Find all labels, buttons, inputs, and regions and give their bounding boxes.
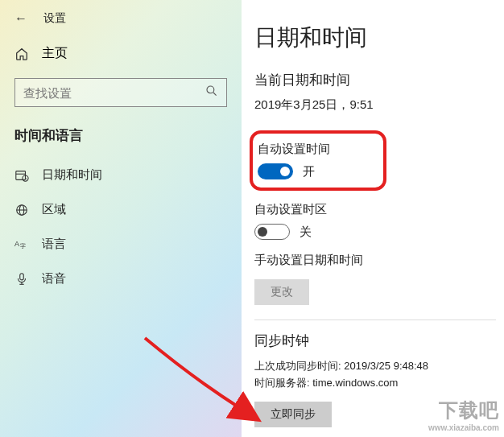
sidebar-item-language[interactable]: A字 语言 xyxy=(0,227,242,262)
svg-rect-12 xyxy=(20,273,24,279)
sidebar-item-region[interactable]: 区域 xyxy=(0,192,242,227)
last-sync-text: 上次成功同步时间: 2019/3/25 9:48:48 xyxy=(254,358,496,375)
current-datetime-value: 2019年3月25日，9:51 xyxy=(254,97,496,113)
auto-timezone-label: 自动设置时区 xyxy=(254,202,496,217)
sidebar-item-label: 日期和时间 xyxy=(42,167,102,183)
sync-now-button[interactable]: 立即同步 xyxy=(254,402,332,427)
highlight-annotation: 自动设置时间 开 xyxy=(250,130,386,191)
auto-time-toggle[interactable] xyxy=(258,163,293,179)
sync-clock-title: 同步时钟 xyxy=(254,332,496,350)
divider xyxy=(254,320,496,320)
settings-title: 设置 xyxy=(43,11,66,26)
calendar-clock-icon xyxy=(14,168,29,183)
sidebar-item-speech[interactable]: 语音 xyxy=(0,262,242,296)
sidebar-item-datetime[interactable]: 日期和时间 xyxy=(0,158,242,192)
search-icon xyxy=(205,85,218,101)
section-header: 时间和语言 xyxy=(0,122,242,158)
nav-home[interactable]: 主页 xyxy=(0,37,242,73)
globe-icon xyxy=(14,203,29,217)
sidebar-item-label: 区域 xyxy=(42,202,66,217)
sidebar: ← 设置 主页 时间和语言 日期和时间 区域 A字 语言 语音 xyxy=(0,0,242,437)
svg-text:字: 字 xyxy=(20,242,26,249)
change-button: 更改 xyxy=(254,279,309,305)
search-box[interactable] xyxy=(14,78,227,107)
microphone-icon xyxy=(14,272,29,287)
sidebar-item-label: 语音 xyxy=(42,271,66,287)
auto-timezone-toggle[interactable] xyxy=(254,224,290,240)
auto-timezone-state: 关 xyxy=(300,225,312,240)
back-arrow-icon[interactable]: ← xyxy=(14,11,27,26)
home-label: 主页 xyxy=(42,45,68,62)
sidebar-item-label: 语言 xyxy=(42,237,66,252)
auto-time-state: 开 xyxy=(303,164,315,179)
auto-time-label: 自动设置时间 xyxy=(258,142,369,157)
svg-text:A: A xyxy=(14,240,19,248)
search-input[interactable] xyxy=(23,86,205,100)
current-datetime-label: 当前日期和时间 xyxy=(254,71,496,89)
main-panel: 日期和时间 当前日期和时间 2019年3月25日，9:51 自动设置时间 开 自… xyxy=(242,0,504,437)
time-server-text: 时间服务器: time.windows.com xyxy=(254,375,496,392)
language-icon: A字 xyxy=(14,237,29,252)
page-title: 日期和时间 xyxy=(254,23,496,53)
svg-line-1 xyxy=(213,93,217,96)
svg-point-0 xyxy=(207,86,214,93)
manual-datetime-label: 手动设置日期和时间 xyxy=(254,253,496,268)
home-icon xyxy=(14,47,29,61)
